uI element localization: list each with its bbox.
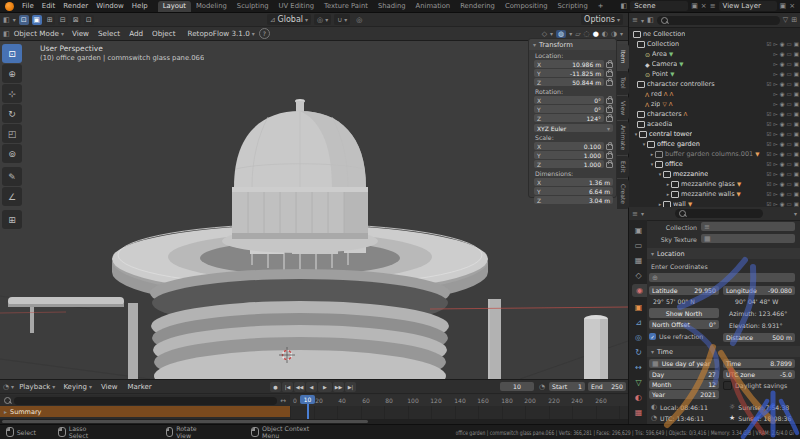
sky-texture-field[interactable]: ▦ — [701, 234, 795, 243]
location-x-field[interactable]: X10.986 m — [534, 60, 604, 68]
lock-icon[interactable] — [606, 116, 613, 122]
lock-icon[interactable] — [606, 62, 613, 68]
gizmo-dropdown-icon[interactable]: ◇ — [542, 30, 547, 38]
outliner-row[interactable]: character controllers☑▻◉▭▣ — [629, 79, 800, 89]
north-offset-field[interactable]: North Offset0° — [649, 320, 719, 329]
lock-icon[interactable] — [606, 153, 613, 159]
outliner-row[interactable]: charactersΛ☑▻◉▭▣ — [629, 109, 800, 119]
latitude-field[interactable]: Latitude29.950 — [649, 286, 719, 295]
mode-dropdown[interactable]: Object Mode ▾ — [11, 28, 67, 39]
tab-particles[interactable]: ◎ — [631, 331, 646, 344]
viewport-editor-icon[interactable]: ◧ — [3, 30, 10, 38]
tool-transform[interactable]: ⊚ — [2, 144, 22, 163]
lock-icon[interactable] — [606, 71, 613, 77]
outliner-row[interactable]: ▾mezzanine☑▻◉▭▣ — [629, 169, 800, 179]
snap-dropdown[interactable]: ∪ ▾ — [334, 14, 350, 25]
menu-file[interactable]: File — [18, 2, 38, 10]
location-y-field[interactable]: Y-11.825 m — [534, 69, 604, 77]
outliner-row[interactable]: ▾central tower☑▻◉▭▣ — [629, 129, 800, 139]
tool-add-cube[interactable]: ⊞ — [2, 210, 22, 229]
menu-select[interactable]: Select — [94, 29, 124, 38]
lock-icon[interactable] — [606, 144, 613, 150]
properties-display-icon[interactable]: ≡ — [632, 210, 638, 218]
outliner-display-mode-icon[interactable]: ≡ — [632, 16, 638, 24]
workspace-tab-compositing[interactable]: Compositing — [500, 1, 553, 12]
workspace-tab-layout[interactable]: Layout — [158, 1, 191, 12]
scale-z-field[interactable]: Z1.000 — [534, 160, 604, 168]
npanel-tab-animate[interactable]: Animate — [617, 121, 629, 155]
tab-texture[interactable]: ▦ — [631, 406, 646, 419]
select-mode-invert-button[interactable]: ⊠ — [71, 15, 81, 25]
play-button[interactable]: ▶ — [318, 382, 332, 392]
tool-move[interactable]: ⊹ — [2, 84, 22, 103]
transform-orientation-dropdown[interactable]: ⊿ Global ▾ — [267, 14, 311, 25]
properties-options-chevron-icon[interactable]: ▾ — [794, 210, 797, 217]
start-frame-field[interactable]: Start1 — [549, 382, 585, 391]
daylight-savings-checkbox[interactable]: Daylight savings — [723, 381, 787, 390]
menu-render[interactable]: Render — [59, 2, 92, 10]
menu-help[interactable]: Help — [128, 2, 152, 10]
outliner-row[interactable]: ▾office☑▻◉▭▣ — [629, 159, 800, 169]
select-mode-extend-button[interactable]: ⊞ — [45, 15, 55, 25]
outliner-row[interactable]: Λzip▽Λ▻◉▭▣ — [629, 99, 800, 109]
tab-material[interactable]: ◐ — [631, 391, 646, 404]
shading-wireframe-button[interactable]: ◌ — [584, 30, 590, 38]
shading-rendered-button[interactable]: ◑ — [611, 30, 617, 38]
active-tool-button[interactable]: ⊡ — [19, 15, 29, 25]
tab-modifiers[interactable]: ⊿ — [631, 316, 646, 329]
blender-logo-icon[interactable] — [5, 2, 14, 11]
utc-zone-field[interactable]: UTC zone-5.0 — [723, 370, 795, 379]
npanel-tab-view[interactable]: View — [617, 96, 629, 120]
timeline-tracks[interactable] — [290, 406, 628, 419]
use-refraction-checkbox[interactable]: ✓Use refraction — [649, 333, 703, 340]
new-scene-icon[interactable]: ▣ — [691, 2, 698, 10]
outliner-row-scene-collection[interactable]: ne Collection — [629, 29, 800, 39]
tab-object-data[interactable]: ▽ — [631, 376, 646, 389]
jump-to-end-button[interactable]: ▶| — [345, 382, 356, 392]
delete-view-layer-icon[interactable]: × — [789, 2, 795, 10]
lock-icon[interactable] — [606, 107, 613, 113]
properties-search-input[interactable] — [675, 209, 763, 218]
outliner-row[interactable]: ◆Camera▼▻◉▭▣ — [629, 59, 800, 69]
editor-type-icon[interactable]: ◧ — [3, 16, 10, 24]
tool-rotate[interactable]: ↻ — [2, 104, 22, 123]
select-mode-intersect-button[interactable]: ⊡ — [84, 15, 94, 25]
end-frame-field[interactable]: End250 — [588, 382, 626, 391]
channel-search-input[interactable] — [14, 397, 277, 405]
workspace-tab-modeling[interactable]: Modeling — [191, 1, 232, 12]
month-field[interactable]: Month12 — [649, 380, 719, 389]
rotation-mode-dropdown[interactable]: XYZ Euler▾ — [534, 124, 613, 132]
time-field[interactable]: Time8.7899 — [723, 359, 795, 368]
tab-output[interactable]: ▭ — [631, 239, 646, 252]
new-view-layer-icon[interactable]: ▣ — [780, 2, 787, 10]
tab-view-layer[interactable]: ▦ — [631, 254, 646, 267]
outliner-row[interactable]: ΛredΛΛ▻◉▭▣ — [629, 89, 800, 99]
menu-add[interactable]: Add — [125, 29, 147, 38]
summary-channel[interactable]: ▸ Summary — [0, 406, 290, 417]
dimensions-y-field[interactable]: Y6.64 m — [534, 187, 613, 195]
timeline-editor-icon[interactable]: ◔ — [3, 383, 9, 391]
npanel-tab-edit[interactable]: Edit — [617, 156, 629, 178]
outliner-row[interactable]: Collection☑▻◉▭▣ — [629, 39, 800, 49]
options-dropdown[interactable]: Options ▾ — [581, 14, 623, 25]
scale-x-field[interactable]: X0.100 — [534, 142, 604, 150]
overlays-button[interactable]: ◍ — [556, 30, 566, 38]
tab-world[interactable]: ◉ — [632, 284, 647, 297]
outliner-row[interactable]: ▾office garden☑▻◉▭▣ — [629, 139, 800, 149]
tool-measure[interactable]: ∠ — [2, 187, 22, 206]
prev-keyframe-button[interactable]: ◀◀ — [294, 382, 305, 392]
dimensions-x-field[interactable]: X1.36 m — [534, 178, 613, 186]
menu-view[interactable]: View — [68, 29, 93, 38]
play-reverse-button[interactable]: ◀ — [306, 382, 317, 392]
tool-scale[interactable]: ◰ — [2, 124, 22, 143]
view-layer-selector[interactable]: View Layer — [719, 1, 777, 11]
fit-icon[interactable]: ↔ — [280, 397, 286, 405]
year-field[interactable]: Year2021 — [649, 390, 719, 399]
tab-physics[interactable]: ↻ — [631, 346, 646, 359]
shading-material-button[interactable]: ◐ — [602, 30, 608, 38]
select-mode-subtract-button[interactable]: ⊟ — [58, 15, 68, 25]
retopoflow-menu[interactable]: RetopoFlow 3.1.0 ▾ — [185, 28, 258, 39]
tool-annotate[interactable]: ✎ — [2, 167, 22, 186]
proportional-edit-button[interactable]: ◎ — [353, 14, 365, 25]
select-mode-set-button[interactable]: ▣ — [32, 15, 42, 25]
